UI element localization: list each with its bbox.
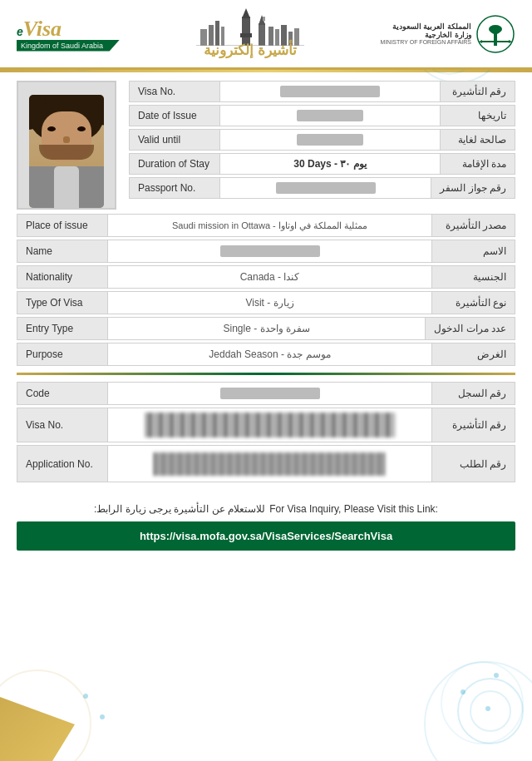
visa-no-row: Visa No. رقم التأشيرة (129, 81, 515, 102)
skyline-icon (196, 8, 304, 46)
valid-until-arabic: صالحة لغاية (441, 129, 515, 151)
bottom-visa-no-label: Visa No. (17, 408, 108, 442)
type-of-visa-label: Type Of Visa (17, 291, 108, 314)
valid-until-row: Valid until صالحة لغاية (129, 129, 515, 151)
code-row: Code رقم السجل (17, 382, 515, 405)
code-value (108, 382, 432, 405)
ministry-logo-area: المملكة العربية السعودية وزارة الخارجية … (381, 12, 515, 56)
footer: للاستعلام عن التأشيرة يرجى زيارة الرابط:… (0, 493, 532, 555)
visa-details-section: Visa No. رقم التأشيرة Date of Issue تاري… (129, 81, 515, 210)
ministry-english: MINISTRY OF FOREIGN AFFAIRS (381, 39, 471, 45)
visa-no-value (220, 81, 441, 102)
name-arabic: الاسم (432, 240, 515, 263)
main-content: Visa No. رقم التأشيرة Date of Issue تاري… (0, 72, 532, 493)
application-no-value (108, 445, 432, 482)
visa-no-label: Visa No. (129, 81, 220, 102)
passport-value (220, 177, 431, 199)
evisa-logo: e Visa Kingdom of Saudi Arabia (17, 17, 120, 52)
svg-point-19 (490, 27, 500, 34)
application-no-row: Application No. رقم الطلب (17, 445, 515, 482)
header: e Visa Kingdom of Saudi Arabia (0, 0, 532, 70)
footer-url[interactable]: https://visa.mofa.gov.sa/VisaServices/Se… (17, 521, 515, 551)
header-center: تأشيرة إلكترونية (196, 8, 304, 59)
date-of-issue-value (220, 105, 441, 126)
duration-arabic: مدة الإقامة (441, 153, 515, 175)
type-of-visa-value: Visit - زيارة (108, 291, 432, 314)
duration-label: Duration of Stay (129, 153, 220, 175)
svg-marker-6 (242, 8, 250, 18)
passport-row: Passport No. رقم جواز السفر (129, 177, 515, 199)
inquiry-text: للاستعلام عن التأشيرة يرجى زيارة الرابط:… (17, 503, 515, 515)
nationality-label: Nationality (17, 265, 108, 289)
valid-until-value (220, 129, 441, 151)
applicant-photo (17, 81, 116, 210)
name-label: Name (17, 240, 108, 263)
arabic-title: تأشيرة إلكترونية (204, 42, 297, 59)
entry-type-label: Entry Type (17, 317, 108, 340)
purpose-label: Purpose (17, 343, 108, 366)
section-divider (17, 373, 515, 375)
inquiry-arabic: للاستعلام عن التأشيرة يرجى زيارة الرابط: (94, 503, 265, 515)
passport-arabic: رقم جواز السفر (431, 177, 515, 199)
application-no-arabic: رقم الطلب (432, 445, 515, 482)
duration-value: 30 Days - يوم ٣٠ (220, 153, 441, 175)
date-of-issue-label: Date of Issue (129, 105, 220, 126)
place-of-issue-value: Saudi mission in Ottawa - ممثلية المملكة… (108, 214, 432, 237)
bottom-visa-no-arabic: رقم التأشيرة (432, 408, 515, 442)
bottom-section: Code رقم السجل Visa No. رقم التأشيرة App… (17, 382, 515, 482)
bottom-visa-no-row: Visa No. رقم التأشيرة (17, 408, 515, 442)
entry-type-row: Entry Type Single - سفرة واحدة عدد مرات … (17, 317, 515, 340)
visa-no-arabic: رقم التأشيرة (441, 81, 515, 102)
place-of-issue-arabic: مصدر التأشيرة (432, 214, 515, 237)
saudi-emblem-icon (475, 12, 515, 56)
date-of-issue-arabic: تاريخها (441, 105, 515, 126)
bottom-visa-no-value (108, 408, 432, 442)
name-row: Name الاسم (17, 240, 515, 263)
inquiry-english: For Visa Inquiry, Please Visit this Link… (269, 503, 438, 515)
place-of-issue-row: Place of issue Saudi mission in Ottawa -… (17, 214, 515, 237)
name-value (108, 240, 432, 263)
nationality-value: Canada - كندا (108, 265, 432, 289)
code-label: Code (17, 382, 108, 405)
top-section: Visa No. رقم التأشيرة Date of Issue تاري… (17, 81, 515, 210)
visa-word: Visa (23, 17, 62, 42)
valid-until-label: Valid until (129, 129, 220, 151)
passport-label: Passport No. (129, 177, 220, 199)
ministry-arabic-line1: المملكة العربية السعودية (381, 22, 471, 31)
gold-decoration (0, 670, 75, 761)
type-of-visa-arabic: نوع التأشيرة (432, 291, 515, 314)
duration-row: Duration of Stay 30 Days - يوم ٣٠ مدة ال… (129, 153, 515, 175)
purpose-value: Jeddah Season - موسم جدة (108, 343, 432, 366)
application-no-label: Application No. (17, 445, 108, 482)
entry-type-arabic: عدد مرات الدخول (426, 317, 515, 340)
place-of-issue-label: Place of issue (17, 214, 108, 237)
svg-rect-5 (240, 33, 252, 37)
e-letter: e (17, 25, 23, 38)
code-arabic: رقم السجل (432, 382, 515, 405)
nationality-arabic: الجنسية (432, 265, 515, 289)
kingdom-label: Kingdom of Saudi Arabia (17, 40, 120, 52)
date-of-issue-row: Date of Issue تاريخها (129, 105, 515, 126)
purpose-arabic: الغرض (432, 343, 515, 366)
ministry-arabic-line2: وزارة الخارجية (381, 31, 471, 39)
svg-rect-9 (263, 17, 265, 21)
nationality-row: Nationality Canada - كندا الجنسية (17, 265, 515, 289)
entry-type-value: Single - سفرة واحدة (108, 317, 426, 340)
type-of-visa-row: Type Of Visa Visit - زيارة نوع التأشيرة (17, 291, 515, 314)
purpose-row: Purpose Jeddah Season - موسم جدة الغرض (17, 343, 515, 366)
